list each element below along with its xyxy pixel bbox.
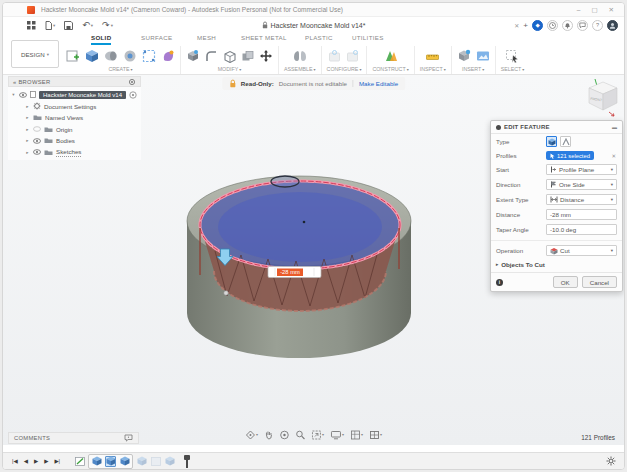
timeline-extrude-feature-editing[interactable] bbox=[105, 456, 116, 467]
mooncake-mold-model[interactable]: -28 mm bbox=[153, 151, 453, 366]
manipulator-point[interactable] bbox=[224, 291, 229, 296]
viewports-button[interactable]: ▾ bbox=[369, 430, 382, 440]
document-tab[interactable]: Hackster Mooncake Mold v14* bbox=[262, 17, 366, 33]
configuration-table-button[interactable] bbox=[346, 50, 359, 63]
dock-icon[interactable]: ▬ bbox=[612, 124, 617, 130]
maximize-button[interactable]: ▢ bbox=[591, 6, 597, 14]
timeline-play-button[interactable]: ▶ bbox=[34, 458, 38, 464]
timeline-step-back-button[interactable]: ◀ bbox=[24, 458, 28, 464]
distance-input[interactable]: -28 mm bbox=[546, 209, 617, 220]
app-menu-button[interactable] bbox=[27, 21, 36, 30]
info-icon[interactable]: i bbox=[496, 279, 503, 286]
undo-button[interactable]: ↶ ▾ bbox=[82, 20, 93, 30]
grid-snaps-button[interactable]: ▾ bbox=[350, 430, 363, 440]
timeline-extrude-feature[interactable] bbox=[91, 456, 102, 467]
redo-button[interactable]: ↷ ▾ bbox=[102, 20, 113, 30]
type-thin-extrude-button[interactable] bbox=[560, 136, 571, 147]
new-document-button[interactable]: + bbox=[523, 21, 528, 30]
construct-plane-button[interactable] bbox=[383, 49, 398, 63]
collapse-panel-icon[interactable]: « bbox=[13, 79, 17, 85]
expand-collapsed-icon[interactable]: ▸ bbox=[25, 127, 30, 132]
forum-button[interactable] bbox=[577, 20, 588, 31]
sketch-circle-profile[interactable] bbox=[271, 176, 299, 187]
tab-mesh[interactable]: MESH bbox=[197, 34, 216, 43]
group-configure-dropdown[interactable]: CONFIGURE▾ bbox=[327, 66, 362, 72]
measure-button[interactable] bbox=[425, 50, 440, 63]
dimension-input[interactable]: -28 mm bbox=[268, 267, 321, 278]
timeline-go-start-button[interactable]: |◀ bbox=[12, 458, 18, 464]
dialog-header[interactable]: EDIT FEATURE ▬ bbox=[491, 121, 622, 134]
group-inspect-dropdown[interactable]: INSPECT▾ bbox=[420, 66, 446, 72]
browser-root-node[interactable]: ▾ Hackster Mooncake Mold v14 bbox=[8, 89, 141, 101]
display-settings-button[interactable]: ▾ bbox=[330, 430, 344, 440]
notifications-button[interactable] bbox=[562, 20, 573, 31]
timeline-go-end-button[interactable]: ▶| bbox=[54, 458, 60, 464]
timeline-suppressed-feature[interactable] bbox=[136, 456, 147, 467]
insert-mcmaster-button[interactable] bbox=[457, 49, 471, 63]
extensions-button[interactable]: ◆ bbox=[532, 20, 543, 31]
select-button[interactable] bbox=[505, 49, 520, 63]
workspace-selector[interactable]: DESIGN ▾ bbox=[11, 40, 59, 68]
pattern-button[interactable] bbox=[142, 49, 156, 63]
clear-selection-button[interactable]: ✕ bbox=[611, 153, 617, 159]
group-select-dropdown[interactable]: SELECT▾ bbox=[501, 66, 525, 72]
timeline-settings-gear-icon[interactable] bbox=[606, 456, 616, 466]
timeline-position-marker[interactable] bbox=[183, 455, 191, 468]
pan-button[interactable] bbox=[264, 430, 273, 440]
close-document-button[interactable]: ✕ bbox=[514, 22, 519, 29]
eye-icon[interactable] bbox=[33, 138, 41, 144]
tab-surface[interactable]: SURFACE bbox=[141, 34, 172, 43]
start-select[interactable]: Profile Plane ▾ bbox=[546, 164, 617, 175]
browser-item-bodies[interactable]: ▸ Bodies bbox=[8, 135, 141, 147]
job-status-button[interactable] bbox=[547, 20, 558, 31]
browser-item-sketches[interactable]: ▸ Sketches bbox=[8, 147, 141, 159]
expand-collapsed-icon[interactable]: ▸ bbox=[25, 115, 30, 120]
tab-plastic[interactable]: PLASTIC bbox=[305, 34, 333, 43]
file-menu-button[interactable]: ▾ bbox=[45, 21, 55, 30]
expand-collapsed-icon[interactable]: ▸ bbox=[25, 150, 30, 155]
orbit-button[interactable] bbox=[279, 430, 289, 440]
cancel-button[interactable]: Cancel bbox=[582, 276, 617, 288]
press-pull-button[interactable] bbox=[186, 49, 200, 63]
zoom-button[interactable] bbox=[295, 430, 305, 440]
tab-sheet-metal[interactable]: SHEET METAL bbox=[241, 34, 287, 43]
shell-button[interactable] bbox=[223, 50, 236, 63]
root-node-label[interactable]: Hackster Mooncake Mold v14 bbox=[39, 91, 126, 99]
configure-button[interactable] bbox=[328, 50, 341, 63]
eye-icon[interactable] bbox=[19, 92, 27, 98]
profiles-selection-chip[interactable]: 121 selected bbox=[546, 151, 594, 160]
browser-item-named-views[interactable]: ▸ Named Views bbox=[8, 112, 141, 124]
expand-collapsed-icon[interactable]: ▸ bbox=[25, 104, 30, 109]
fit-button[interactable]: ▾ bbox=[311, 430, 324, 440]
expand-open-icon[interactable]: ▾ bbox=[11, 92, 16, 97]
move-copy-button[interactable] bbox=[259, 49, 273, 63]
group-assemble-dropdown[interactable]: ASSEMBLE▾ bbox=[284, 66, 316, 72]
group-construct-dropdown[interactable]: CONSTRUCT▾ bbox=[372, 66, 408, 72]
group-insert-dropdown[interactable]: INSERT▾ bbox=[462, 66, 484, 72]
objects-to-cut-expander[interactable]: ▸ Objects To Cut bbox=[491, 258, 622, 272]
tab-utilities[interactable]: UTILITIES bbox=[352, 34, 384, 43]
operation-select[interactable]: Cut ▾ bbox=[546, 245, 617, 256]
create-sketch-button[interactable] bbox=[66, 49, 80, 63]
radio-menu-icon[interactable] bbox=[129, 91, 137, 99]
help-button[interactable]: ? bbox=[592, 20, 603, 31]
user-avatar[interactable] bbox=[607, 20, 618, 31]
extent-type-select[interactable]: Distance ▾ bbox=[546, 194, 617, 205]
joint-button[interactable] bbox=[292, 49, 308, 63]
revolve-button[interactable] bbox=[104, 49, 118, 63]
insert-image-button[interactable] bbox=[476, 50, 490, 62]
extrude-button[interactable] bbox=[85, 49, 99, 63]
timeline-step-forward-button[interactable]: ▶ bbox=[44, 458, 48, 464]
combine-button[interactable] bbox=[241, 50, 254, 63]
sweep-button[interactable] bbox=[123, 49, 137, 63]
type-extrude-button[interactable] bbox=[546, 136, 557, 147]
eye-off-icon[interactable] bbox=[33, 126, 41, 132]
view-cube[interactable]: FRONT bbox=[585, 79, 621, 121]
direction-select[interactable]: One Side ▾ bbox=[546, 179, 617, 190]
taper-angle-input[interactable]: -10.0 deg bbox=[546, 224, 617, 235]
ok-button[interactable]: OK bbox=[553, 276, 578, 288]
timeline-extrude-feature[interactable] bbox=[119, 456, 130, 467]
display-settings-icon[interactable] bbox=[128, 78, 136, 86]
eye-icon[interactable] bbox=[33, 149, 41, 155]
comments-panel[interactable]: COMMENTS bbox=[8, 432, 139, 444]
